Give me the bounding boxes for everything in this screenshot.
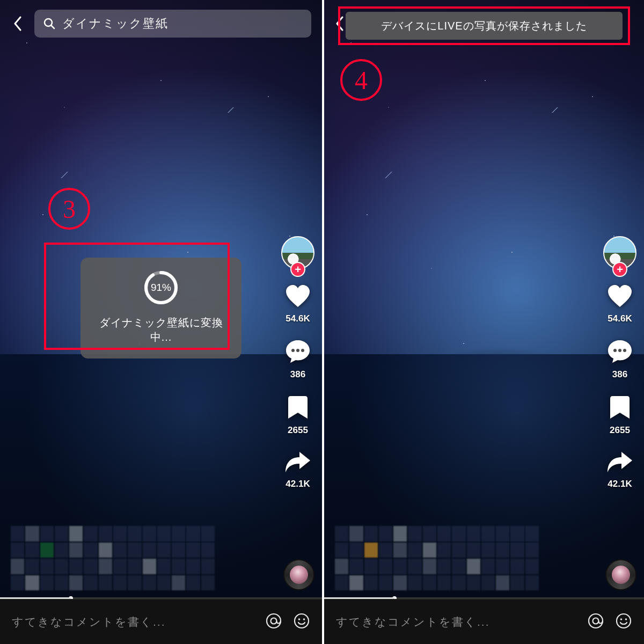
annotation-step-circle: 4 <box>340 59 382 101</box>
comment-bar: すてきなコメントを書く... <box>324 599 644 644</box>
svg-line-1 <box>52 26 55 29</box>
follow-plus-badge[interactable]: + <box>290 262 305 277</box>
emoji-button[interactable] <box>615 612 632 632</box>
chevron-left-icon <box>335 16 345 31</box>
svg-point-14 <box>623 349 626 352</box>
bookmark-button[interactable]: 2655 <box>609 395 631 436</box>
at-icon <box>587 612 604 630</box>
mention-button[interactable] <box>587 612 604 632</box>
search-query: ダイナミック壁紙 <box>62 16 169 32</box>
svg-point-9 <box>295 614 309 628</box>
svg-point-7 <box>267 614 281 628</box>
heart-icon <box>607 284 633 310</box>
caption-area-blurred <box>335 526 539 590</box>
svg-point-4 <box>291 349 295 352</box>
share-icon <box>284 451 311 475</box>
toast-message: デバイスにLIVEの写真が保存されました <box>381 19 587 33</box>
caption-area-blurred <box>11 526 215 590</box>
svg-point-5 <box>296 349 299 352</box>
share-count: 42.1K <box>608 479 632 489</box>
back-button-faded[interactable] <box>335 16 345 33</box>
share-count: 42.1K <box>286 479 310 489</box>
svg-point-13 <box>618 349 621 352</box>
like-count: 54.6K <box>286 313 310 324</box>
svg-point-16 <box>593 618 599 624</box>
share-icon <box>606 451 633 475</box>
phone-screenshot-step-4: デバイスにLIVEの写真が保存されました 4 + 54.6K 386 <box>322 0 644 644</box>
creator-avatar[interactable]: + <box>603 236 636 269</box>
like-count: 54.6K <box>608 313 632 324</box>
like-button[interactable]: 54.6K <box>285 284 311 324</box>
comment-input[interactable]: すてきなコメントを書く... <box>336 614 576 630</box>
svg-point-6 <box>301 349 304 352</box>
music-disc[interactable] <box>605 559 636 590</box>
comment-icon <box>607 339 633 366</box>
comment-button[interactable]: 386 <box>607 339 633 380</box>
svg-point-15 <box>589 614 603 628</box>
annotation-step-number: 4 <box>355 65 368 95</box>
comment-bar: すてきなコメントを書く... <box>0 599 322 644</box>
bookmark-icon <box>287 395 309 422</box>
creator-avatar[interactable]: + <box>281 236 314 269</box>
mention-button[interactable] <box>265 612 282 632</box>
conversion-progress-modal: 91% ダイナミック壁紙に変換中... <box>80 258 241 358</box>
svg-point-12 <box>613 349 617 352</box>
bookmark-button[interactable]: 2655 <box>287 395 309 436</box>
chevron-left-icon <box>13 16 23 31</box>
bookmark-count: 2655 <box>288 425 308 436</box>
share-button[interactable]: 42.1K <box>284 451 311 489</box>
save-success-toast: デバイスにLIVEの写真が保存されました <box>346 12 623 40</box>
progress-message: ダイナミック壁紙に変換中... <box>90 316 232 345</box>
heart-icon <box>285 284 311 310</box>
progress-ring: 91% <box>143 269 179 306</box>
search-icon <box>43 17 56 30</box>
follow-plus-badge[interactable]: + <box>612 262 627 277</box>
svg-point-11 <box>303 618 305 620</box>
share-button[interactable]: 42.1K <box>606 451 633 489</box>
comment-count: 386 <box>612 369 627 380</box>
comment-input[interactable]: すてきなコメントを書く... <box>12 614 254 630</box>
comment-button[interactable]: 386 <box>285 339 311 380</box>
at-icon <box>265 612 282 630</box>
bookmark-count: 2655 <box>610 425 630 436</box>
search-box[interactable]: ダイナミック壁紙 <box>34 10 311 38</box>
action-rail: + 54.6K 386 2655 42.1K <box>281 236 314 489</box>
svg-point-10 <box>298 618 301 620</box>
emoji-icon <box>293 612 310 630</box>
comment-count: 386 <box>290 369 305 380</box>
emoji-icon <box>615 612 632 630</box>
phone-screenshot-step-3: ダイナミック壁紙 3 91% ダイナミック壁紙に変換中... + 54.6K <box>0 0 322 644</box>
back-button[interactable] <box>11 17 25 31</box>
like-button[interactable]: 54.6K <box>607 284 633 324</box>
svg-point-19 <box>625 618 627 620</box>
annotation-step-number: 3 <box>63 194 76 224</box>
comment-icon <box>285 339 311 366</box>
top-bar: ダイナミック壁紙 <box>11 10 311 38</box>
action-rail: + 54.6K 386 2655 42.1K <box>603 236 636 489</box>
music-disc[interactable] <box>283 559 314 590</box>
svg-point-18 <box>620 618 623 620</box>
annotation-step-circle: 3 <box>48 188 90 230</box>
emoji-button[interactable] <box>293 612 310 632</box>
progress-percent-text: 91% <box>143 269 179 306</box>
svg-point-17 <box>617 614 631 628</box>
bookmark-icon <box>609 395 631 422</box>
svg-point-8 <box>271 618 277 624</box>
